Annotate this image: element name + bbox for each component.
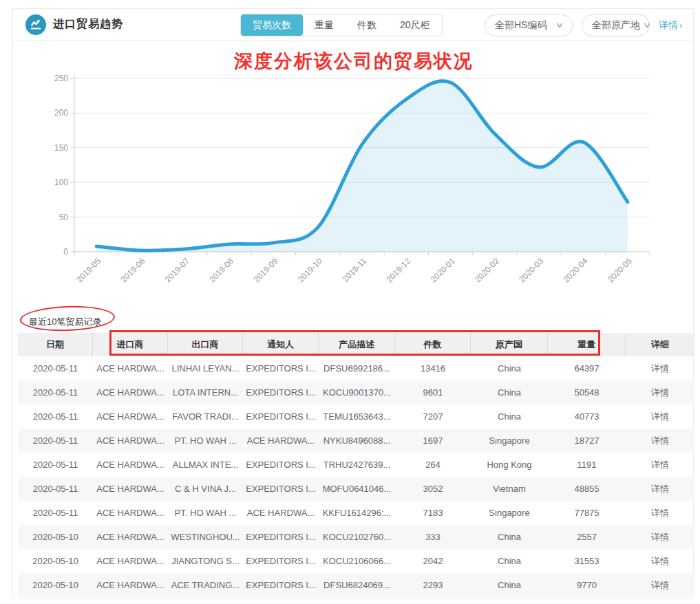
header-detail-link[interactable]: 详情› xyxy=(659,19,682,32)
cell-origin-country: Vietnam xyxy=(471,484,548,494)
row-detail-link[interactable]: 详情 xyxy=(626,363,694,375)
cell-quantity: 7183 xyxy=(395,508,471,518)
col-header-importer: 进口商 xyxy=(93,333,168,356)
cell-exporter: PT. HO WAH ... xyxy=(168,435,243,446)
cell-exporter: WESTINGHOU... xyxy=(168,532,243,542)
cell-weight: 64397 xyxy=(548,363,626,374)
col-header-product-desc: 产品描述 xyxy=(319,333,395,356)
cell-quantity: 264 xyxy=(395,460,471,470)
hs-code-select-value: 全部HS编码 xyxy=(495,19,547,32)
row-detail-link[interactable]: 详情 xyxy=(626,459,694,471)
cell-product-desc: KOCU2106066... xyxy=(319,556,395,566)
cell-notify-party: EXPEDITORS I... xyxy=(243,363,319,374)
svg-text:2019-11: 2019-11 xyxy=(341,256,369,284)
svg-text:250: 250 xyxy=(54,74,68,83)
metric-tab-group: 贸易次数 重量 件数 20尺柜 xyxy=(240,14,443,36)
cell-quantity: 7207 xyxy=(395,411,471,422)
svg-text:2020-04: 2020-04 xyxy=(562,256,590,284)
table-header-row: 日期 进口商 出口商 通知人 产品描述 件数 原产国 重量 详细 xyxy=(18,333,694,356)
origin-select[interactable]: 全部原产地 ∨ xyxy=(582,14,650,36)
row-detail-link[interactable]: 详情 xyxy=(626,507,694,519)
tab-20ft-container[interactable]: 20尺柜 xyxy=(388,14,442,36)
table-row: 2020-05-11ACE HARDWA...PT. HO WAH ...ACE… xyxy=(18,429,694,453)
cell-weight: 2557 xyxy=(548,532,626,542)
svg-text:0: 0 xyxy=(63,247,68,257)
page-title: 进口贸易趋势 xyxy=(53,17,123,32)
cell-product-desc: KKFU1614296:... xyxy=(319,508,395,518)
cell-notify-party: ACE HARDWA... xyxy=(243,435,319,446)
cell-date: 2020-05-11 xyxy=(18,435,93,446)
col-header-detail: 详细 xyxy=(626,333,694,356)
col-header-weight: 重量 xyxy=(548,333,626,356)
cell-date: 2020-05-11 xyxy=(18,460,93,470)
cell-date: 2020-05-11 xyxy=(18,484,93,494)
col-header-notify-party: 通知人 xyxy=(243,333,319,356)
chevron-right-icon: › xyxy=(679,21,682,30)
svg-text:2020-01: 2020-01 xyxy=(429,256,457,284)
row-detail-link[interactable]: 详情 xyxy=(626,579,694,592)
import-trend-card: 进口贸易趋势 贸易次数 重量 件数 20尺柜 全部HS编码 ∨ 全部原产地 ∨ … xyxy=(12,8,694,598)
table-row: 2020-05-10ACE HARDWA...WESTINGHOU...EXPE… xyxy=(18,525,694,549)
table-row: 2020-05-10ACE HARDWA...ACE TRADING...EXP… xyxy=(18,573,694,597)
cell-weight: 9770 xyxy=(548,580,626,590)
cell-importer: ACE HARDWA... xyxy=(93,508,168,518)
cell-date: 2020-05-10 xyxy=(18,580,93,590)
cell-weight: 31553 xyxy=(548,556,626,566)
row-detail-link[interactable]: 详情 xyxy=(626,387,694,399)
cell-product-desc: DFSU6824069... xyxy=(319,580,395,590)
cell-product-desc: MOFU0641046... xyxy=(319,484,395,494)
cell-notify-party: EXPEDITORS I... xyxy=(243,387,319,398)
hs-code-select[interactable]: 全部HS编码 ∨ xyxy=(485,14,573,36)
table-row: 2020-05-11ACE HARDWA...LOTA INTERN...EXP… xyxy=(18,380,694,405)
cell-importer: ACE HARDWA... xyxy=(93,484,168,494)
cell-exporter: C & H VINA J... xyxy=(168,484,243,494)
cell-importer: ACE HARDWA... xyxy=(93,556,168,566)
cell-importer: ACE HARDWA... xyxy=(93,363,168,374)
row-detail-link[interactable]: 详情 xyxy=(626,483,694,495)
cell-date: 2020-05-10 xyxy=(18,532,93,542)
cell-exporter: ACE TRADING... xyxy=(168,580,243,590)
cell-product-desc: NYKU8496088... xyxy=(319,435,395,446)
svg-text:2020-02: 2020-02 xyxy=(473,256,501,284)
cell-notify-party: EXPEDITORS I... xyxy=(243,484,319,494)
table-row: 2020-05-11ACE HARDWA...PT. HO WAH ...ACE… xyxy=(18,501,694,525)
cell-weight: 48855 xyxy=(548,484,626,494)
row-detail-link[interactable]: 详情 xyxy=(626,555,694,568)
col-header-exporter: 出口商 xyxy=(168,333,243,356)
cell-exporter: LINHAI LEYAN... xyxy=(168,363,243,374)
cell-importer: ACE HARDWA... xyxy=(93,460,168,470)
cell-quantity: 2293 xyxy=(395,580,471,590)
row-detail-link[interactable]: 详情 xyxy=(626,435,694,447)
cell-product-desc: TEMU1653643... xyxy=(319,411,395,422)
cell-importer: ACE HARDWA... xyxy=(93,411,168,422)
tab-trade-count[interactable]: 贸易次数 xyxy=(241,14,303,36)
cell-origin-country: Hong Kong xyxy=(471,460,548,470)
cell-weight: 18727 xyxy=(548,435,626,446)
cell-origin-country: China xyxy=(471,363,548,374)
cell-notify-party: EXPEDITORS I... xyxy=(243,411,319,422)
cell-product-desc: KOCU2102760... xyxy=(319,532,395,542)
cell-origin-country: China xyxy=(471,411,548,422)
row-detail-link[interactable]: 详情 xyxy=(626,411,694,423)
cell-date: 2020-05-11 xyxy=(18,363,93,374)
table-row: 2020-05-11ACE HARDWA...C & H VINA J...EX… xyxy=(18,477,694,501)
title-wrap: 进口贸易趋势 xyxy=(25,14,123,35)
cell-product-desc: TRHU2427639... xyxy=(319,460,395,470)
cell-quantity: 2042 xyxy=(395,556,471,566)
svg-text:2020-03: 2020-03 xyxy=(517,256,545,284)
tab-quantity[interactable]: 件数 xyxy=(346,14,388,36)
cell-notify-party: EXPEDITORS I... xyxy=(243,532,319,542)
cell-notify-party: EXPEDITORS I... xyxy=(243,460,319,470)
tab-weight[interactable]: 重量 xyxy=(303,14,346,36)
cell-date: 2020-05-11 xyxy=(18,508,93,518)
cell-exporter: LOTA INTERN... xyxy=(168,387,243,398)
row-detail-link[interactable]: 详情 xyxy=(626,531,694,543)
cell-exporter: FAVOR TRADI... xyxy=(168,411,243,422)
svg-text:2019-08: 2019-08 xyxy=(207,256,235,284)
svg-text:150: 150 xyxy=(54,143,68,153)
trend-chart: 0501001502002502019-052019-062019-072019… xyxy=(13,42,694,298)
cell-date: 2020-05-11 xyxy=(18,387,93,398)
svg-text:2019-09: 2019-09 xyxy=(251,256,279,284)
chevron-down-icon: ∨ xyxy=(643,21,652,30)
cell-origin-country: China xyxy=(471,532,548,542)
